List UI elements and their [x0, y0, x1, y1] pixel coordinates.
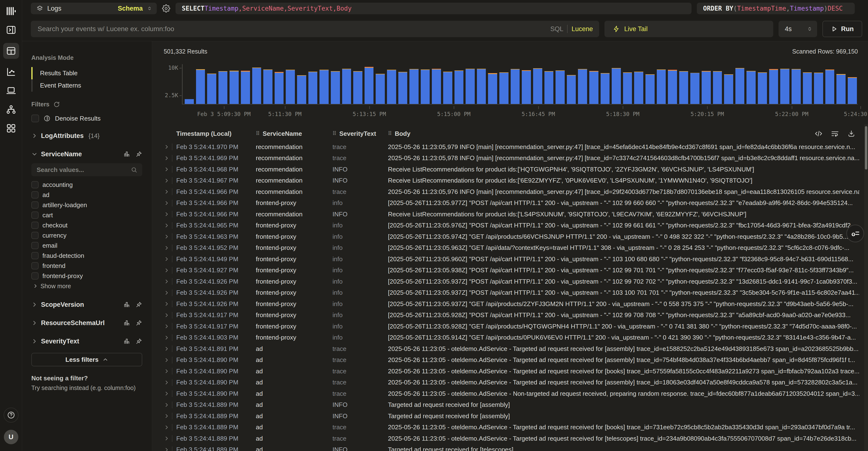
denoise-results-toggle[interactable]: Denoise Results [31, 115, 142, 122]
service-filter-option[interactable]: cart [31, 210, 142, 220]
service-checkbox[interactable] [31, 242, 38, 249]
log-table-row[interactable]: Feb 3 5:24:41.903 PM frontend-proxy info… [164, 332, 868, 343]
log-table-row[interactable]: Feb 3 5:24:41.889 PM ad INFO Targeted ad… [164, 399, 868, 411]
help-icon[interactable] [4, 408, 19, 423]
drag-handle-icon[interactable]: ⠿ [388, 131, 392, 136]
refresh-interval-select[interactable]: 4s [779, 21, 817, 37]
log-table-row[interactable]: Feb 3 5:24:41.890 PM ad trace 2025-05-26… [164, 366, 868, 377]
expand-row-chevron-icon[interactable] [164, 380, 169, 385]
log-table-row[interactable]: Feb 3 5:24:41.969 PM recommendation trac… [164, 153, 868, 164]
log-table-row[interactable]: Feb 3 5:24:41.889 PM ad INFO Targeted ad… [164, 444, 868, 451]
log-table-row[interactable]: Feb 3 5:24:41.968 PM recommendation INFO… [164, 164, 868, 175]
service-filter-option[interactable]: currency [31, 230, 142, 240]
service-checkbox[interactable] [31, 181, 38, 188]
expand-row-chevron-icon[interactable] [164, 267, 169, 273]
chart-values-icon[interactable] [123, 338, 130, 344]
search-input[interactable]: Search your events w/ Lucene ex. column:… [31, 21, 599, 37]
source-settings-gear-button[interactable] [162, 4, 170, 12]
analysis-mode-event-patterns[interactable]: Event Patterns [31, 79, 142, 92]
expand-row-chevron-icon[interactable] [164, 357, 169, 363]
chart-values-icon[interactable] [123, 151, 130, 157]
log-table-row[interactable]: Feb 3 5:24:41.963 PM frontend-proxy info… [164, 231, 868, 242]
expand-row-chevron-icon[interactable] [164, 245, 169, 251]
log-table-row[interactable]: Feb 3 5:24:41.966 PM recommendation INFO… [164, 209, 868, 220]
log-table-row[interactable]: Feb 3 5:24:41.967 PM recommendation INFO… [164, 175, 868, 186]
laptop-sessions-icon[interactable] [5, 85, 17, 96]
log-table-row[interactable]: Feb 3 5:24:41.889 PM ad trace 2025-05-26… [164, 422, 868, 433]
service-filter-option[interactable]: accounting [31, 180, 142, 190]
pin-filter-icon[interactable] [135, 320, 142, 326]
user-avatar[interactable]: U [4, 430, 18, 444]
expand-row-chevron-icon[interactable] [164, 447, 169, 451]
log-table-row[interactable]: Feb 3 5:24:41.966 PM frontend-proxy info… [164, 198, 868, 209]
service-filter-option[interactable]: frontend-proxy [31, 271, 142, 281]
service-checkbox[interactable] [31, 232, 38, 239]
filter-group-severitytext[interactable]: SeverityText [31, 336, 142, 346]
drag-handle-icon[interactable]: ⠿ [256, 131, 260, 136]
expand-row-chevron-icon[interactable] [164, 346, 169, 352]
column-header-severitytext[interactable]: ⠿ SeverityText [333, 130, 388, 138]
chart-values-icon[interactable] [123, 320, 130, 326]
scrollbar-track[interactable] [864, 124, 868, 451]
service-checkbox[interactable] [31, 191, 38, 199]
service-checkbox[interactable] [31, 252, 38, 259]
analysis-mode-results-table[interactable]: Results Table [31, 67, 142, 79]
download-icon[interactable] [847, 129, 856, 138]
log-table-row[interactable]: Feb 3 5:24:41.917 PM frontend-proxy info… [164, 321, 868, 332]
service-filter-option[interactable]: artillery-loadgen [31, 200, 142, 210]
log-table-row[interactable]: Feb 3 5:24:41.926 PM frontend-proxy info… [164, 287, 868, 299]
expand-row-chevron-icon[interactable] [164, 256, 169, 262]
expand-row-chevron-icon[interactable] [164, 402, 169, 408]
select-query-input[interactable]: SELECT Timestamp, ServiceName, SeverityT… [176, 3, 691, 14]
chart-values-icon[interactable] [123, 301, 130, 308]
log-table-row[interactable]: Feb 3 5:24:41.926 PM frontend-proxy info… [164, 298, 868, 310]
expand-row-chevron-icon[interactable] [164, 189, 169, 194]
orderby-query-input[interactable]: ORDER BY (TimestampTime, Timestamp) DESC [697, 3, 855, 14]
expand-row-chevron-icon[interactable] [164, 335, 169, 340]
log-table-row[interactable]: Feb 3 5:24:41.970 PM recommendation trac… [164, 141, 868, 153]
filter-group-servicename[interactable]: ServiceName [31, 149, 142, 159]
expand-row-chevron-icon[interactable] [164, 435, 169, 441]
expand-row-chevron-icon[interactable] [164, 144, 169, 150]
table-settings-floating-button[interactable] [846, 224, 864, 242]
denoise-checkbox[interactable] [31, 115, 39, 122]
expand-row-chevron-icon[interactable] [164, 312, 169, 318]
expand-row-chevron-icon[interactable] [164, 222, 169, 229]
service-checkbox[interactable] [31, 262, 38, 269]
expand-row-chevron-icon[interactable] [164, 290, 169, 296]
expand-row-chevron-icon[interactable] [164, 155, 169, 161]
scrollbar-thumb[interactable] [865, 126, 867, 170]
schema-mode-label[interactable]: Schema [118, 5, 143, 12]
expand-row-chevron-icon[interactable] [164, 278, 169, 284]
log-table-row[interactable]: Feb 3 5:24:41.966 PM recommendation trac… [164, 186, 868, 198]
expand-row-chevron-icon[interactable] [164, 368, 169, 374]
refresh-filters-icon[interactable] [53, 101, 60, 108]
search-table-tab-active[interactable] [3, 43, 19, 59]
source-selector[interactable]: Logs Schema [31, 3, 157, 14]
wrap-lines-icon[interactable] [831, 129, 839, 138]
service-search-input[interactable]: Search values... [31, 163, 142, 176]
lang-sql-toggle[interactable]: SQL [550, 25, 563, 33]
expand-row-chevron-icon[interactable] [164, 234, 169, 239]
log-table-row[interactable]: Feb 3 5:24:41.927 PM frontend-proxy info… [164, 265, 868, 276]
view-source-code-icon[interactable] [814, 129, 823, 138]
run-button[interactable]: Run [823, 21, 862, 37]
service-checkbox[interactable] [31, 222, 38, 229]
expand-row-chevron-icon[interactable] [164, 178, 169, 184]
service-map-icon[interactable] [5, 104, 17, 115]
log-table-row[interactable]: Feb 3 5:24:41.917 PM frontend-proxy info… [164, 310, 868, 321]
pin-filter-icon[interactable] [135, 151, 142, 157]
service-filter-option[interactable]: fraud-detection [31, 250, 142, 261]
expand-row-chevron-icon[interactable] [164, 413, 169, 419]
log-table-row[interactable]: Feb 3 5:24:41.952 PM frontend-proxy info… [164, 242, 868, 254]
log-table-row[interactable]: Feb 3 5:24:41.890 PM ad trace 2025-05-26… [164, 355, 868, 366]
drag-handle-icon[interactable]: ⠿ [333, 131, 336, 136]
log-table-row[interactable]: Feb 3 5:24:41.949 PM frontend-proxy info… [164, 253, 868, 265]
service-filter-option[interactable]: frontend [31, 261, 142, 271]
log-table-row[interactable]: Feb 3 5:24:41.889 PM ad trace 2025-05-26… [164, 433, 868, 444]
expand-row-chevron-icon[interactable] [164, 200, 169, 206]
filter-group-scopeversion[interactable]: ScopeVersion [31, 300, 142, 309]
log-table-row[interactable]: Feb 3 5:24:41.889 PM ad INFO Targeted ad… [164, 411, 868, 422]
expand-row-chevron-icon[interactable] [164, 211, 169, 217]
less-filters-button[interactable]: Less filters [31, 353, 142, 366]
